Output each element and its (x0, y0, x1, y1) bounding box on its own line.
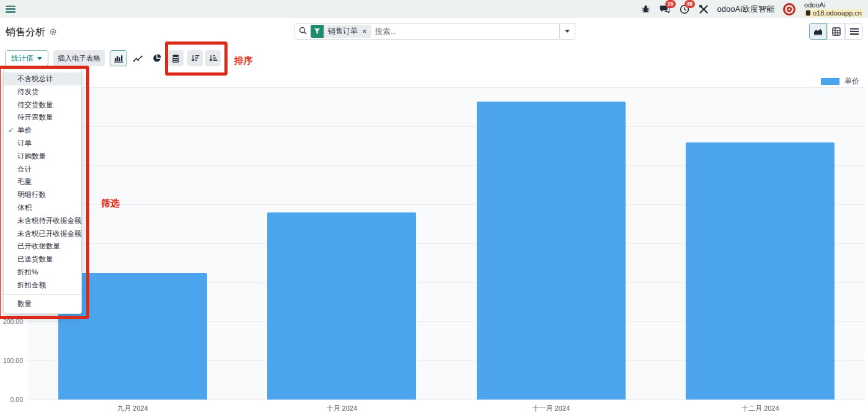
insert-spreadsheet-button[interactable]: 插入电子表格 (53, 50, 105, 66)
measures-menu-item[interactable]: 未含税已开收据金额 (4, 227, 81, 240)
measures-menu-item[interactable]: 待发货 (4, 85, 81, 98)
messages-icon[interactable]: 15 (660, 4, 671, 15)
legend-swatch (821, 78, 839, 85)
gridline (28, 87, 865, 88)
bar[interactable] (267, 212, 416, 400)
bar-chart-icon (114, 55, 123, 63)
graph-view-button[interactable] (809, 23, 827, 40)
chevron-down-icon (37, 57, 42, 60)
menu-item-label: 待开票数量 (17, 113, 53, 121)
messages-badge: 15 (665, 0, 676, 8)
measures-menu-item[interactable]: 折扣金额 (4, 279, 81, 292)
measures-menu-item[interactable]: 未含税待开收据金额 (4, 214, 81, 227)
y-axis-tick-label: 200.00 (0, 318, 23, 325)
sort-asc-icon (209, 55, 218, 63)
measures-menu-item[interactable]: 待交货数量 (4, 98, 81, 111)
measures-menu-item[interactable]: 体积 (4, 201, 81, 214)
menu-item-label: 明细行数 (17, 191, 46, 198)
debug-bug-icon[interactable] (640, 4, 652, 15)
apps-menu-icon[interactable] (5, 4, 16, 14)
pivot-table-icon (832, 27, 841, 36)
menu-item-label: 待发货 (17, 88, 39, 95)
bar-chart-button[interactable] (110, 50, 127, 66)
measures-menu-item[interactable]: 已开收据数量 (4, 240, 81, 253)
menu-item-label: 订单 (17, 139, 32, 147)
sort-ascending-button[interactable] (205, 50, 221, 66)
list-view-button[interactable] (845, 23, 863, 40)
menu-item-label: 单价 (17, 126, 32, 134)
facet-label: 销售订单 (324, 26, 361, 37)
database-icon (805, 10, 811, 16)
menu-item-label: 毛重 (17, 178, 32, 185)
bar[interactable] (477, 102, 626, 400)
list-icon (850, 28, 859, 35)
measures-menu-item[interactable]: 已送货数量 (4, 253, 81, 266)
area-chart-icon (813, 27, 823, 35)
chevron-down-icon (565, 30, 570, 33)
view-switcher (809, 23, 863, 40)
pie-chart-icon (153, 54, 161, 63)
user-name: odooAi (804, 1, 825, 9)
measures-menu-item[interactable]: 明细行数 (4, 188, 81, 201)
menu-item-label: 不含税总计 (17, 75, 53, 82)
activities-clock-icon[interactable]: 38 (679, 4, 690, 15)
top-navbar: 15 38 odooAi欧度智能 odooAi o18.odooapp.cn (0, 0, 868, 18)
measures-menu-item[interactable]: 折扣% (4, 266, 81, 279)
page-title: 销售分析 (6, 26, 57, 39)
line-chart-button[interactable] (129, 50, 146, 66)
menu-item-label: 未含税待开收据金额 (17, 217, 82, 224)
database-stack-icon (172, 55, 180, 63)
menu-item-label: 折扣% (17, 268, 38, 276)
measures-menu-item[interactable]: 待开票数量 (4, 111, 81, 124)
measures-menu-item[interactable]: 订单 (4, 137, 81, 150)
sort-desc-icon (191, 55, 200, 63)
user-menu[interactable]: odooAi o18.odooapp.cn (804, 1, 863, 17)
sort-descending-button[interactable] (187, 50, 203, 66)
menu-item-label: 待交货数量 (17, 101, 53, 108)
measures-menu-item[interactable]: 毛重 (4, 175, 81, 188)
y-axis-tick-label: 0.00 (0, 396, 23, 403)
line-chart-icon (133, 55, 143, 63)
x-axis-tick-label: 十二月 2024 (723, 404, 797, 413)
graph-toolbar: 统计值 插入电子表格 (5, 50, 221, 66)
search-bar: 销售订单 × (294, 23, 575, 40)
menu-divider (4, 294, 81, 295)
gridline (28, 400, 865, 400)
check-icon: ✓ (8, 124, 14, 137)
measures-menu-item[interactable]: 不含税总计 (4, 72, 81, 85)
database-name: o18.odooapp.cn (804, 9, 863, 17)
pivot-view-button[interactable] (827, 23, 845, 40)
stacked-toggle-button[interactable] (168, 50, 184, 66)
avatar[interactable] (782, 2, 796, 16)
company-name[interactable]: odooAi欧度智能 (717, 4, 774, 15)
tools-icon[interactable] (698, 4, 709, 15)
measures-menu-item[interactable]: 数量 (4, 297, 81, 310)
menu-item-label: 订购数量 (17, 152, 46, 160)
x-axis-tick-label: 十月 2024 (304, 404, 379, 413)
legend-item[interactable]: 单价 (821, 76, 859, 87)
x-axis-tick-label: 十一月 2024 (514, 404, 588, 413)
measures-dropdown-menu: 不含税总计待发货待交货数量待开票数量✓单价订单订购数量合计毛重明细行数体积未含税… (3, 69, 82, 314)
menu-item-label: 合计 (17, 165, 32, 173)
pie-chart-button[interactable] (148, 50, 166, 66)
measures-menu-item[interactable]: 订购数量 (4, 150, 81, 163)
filter-funnel-icon (311, 25, 324, 38)
x-axis-tick-label: 九月 2024 (95, 404, 170, 413)
view-settings-gear-icon[interactable] (49, 27, 57, 38)
menu-item-label: 折扣金额 (17, 281, 46, 289)
menu-item-label: 未含税已开收据金额 (17, 230, 82, 237)
menu-item-label: 体积 (17, 204, 32, 211)
bar[interactable] (686, 142, 835, 400)
menu-item-label: 已送货数量 (17, 255, 53, 263)
search-icon (299, 26, 307, 37)
menu-item-label: 数量 (17, 300, 32, 307)
search-options-toggle[interactable] (560, 23, 575, 40)
measures-button[interactable]: 统计值 (5, 50, 48, 66)
bar-chart: 单价 0.00100.00200.00300.00400.00500.00600… (0, 71, 868, 415)
search-input[interactable] (375, 27, 556, 36)
measures-menu-item[interactable]: ✓单价 (4, 124, 81, 137)
measures-menu-item[interactable]: 合计 (4, 163, 81, 176)
facet-remove-icon[interactable]: × (361, 27, 371, 36)
menu-item-label: 已开收据数量 (17, 242, 60, 250)
activities-badge: 38 (684, 0, 695, 8)
